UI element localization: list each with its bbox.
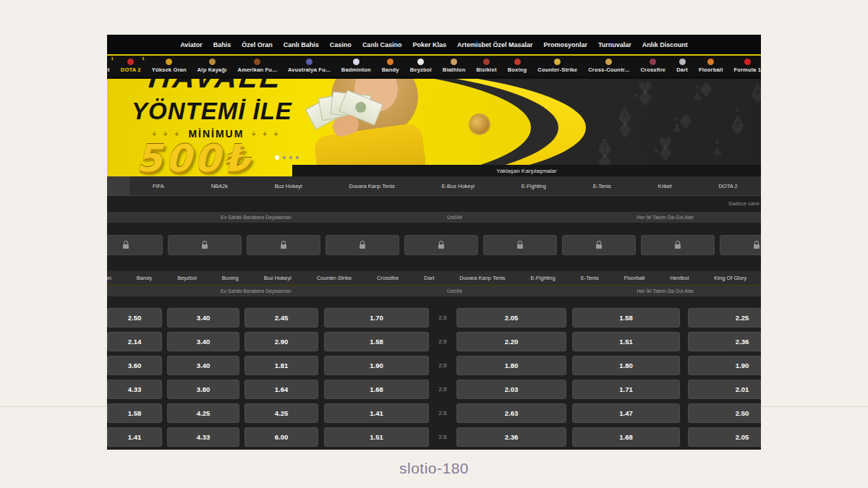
odds-btts-yes[interactable]: 1.51 (572, 332, 680, 351)
tab-lower-dart[interactable]: Dart (418, 275, 440, 281)
sportsbar-item-badminton[interactable]: Badminton (341, 59, 371, 73)
odds-away[interactable]: 2.90 (244, 332, 318, 351)
nav-item-canl-casino[interactable]: Canlı Casino (362, 41, 402, 48)
sportsbar-item-biathlon[interactable]: Biathlon (443, 59, 466, 73)
odds-away[interactable]: 1.81 (244, 356, 318, 375)
tab-lower-duvara-kar-tenis[interactable]: Duvara Karşı Tenis (454, 275, 511, 281)
odds-over[interactable]: 1.90 (324, 356, 429, 375)
odds-under[interactable]: 2.20 (456, 332, 566, 351)
tab-lower-boxing[interactable]: Boxing (216, 275, 244, 281)
sportsbar-item-american-football[interactable]: Amerikan Fu... (238, 59, 277, 73)
sportsbar-item-floorball[interactable]: Floorball (699, 59, 723, 73)
odds-under[interactable]: 2.36 (456, 427, 566, 447)
tab-upper-e-buz-hokeyi[interactable]: E-Buz Hokeyi (418, 183, 498, 189)
sportsbar-item-aussie-rules[interactable]: Avustralya Fu... (288, 59, 331, 73)
nav-item-canl-bahis[interactable]: Canlı Bahis (284, 41, 319, 48)
tab-lower-counter-strike[interactable]: Counter-Strike (311, 275, 357, 281)
tab-lower-buz-hokeyi[interactable]: Buz Hokeyi (258, 275, 297, 281)
locked-odds-cell[interactable] (641, 235, 715, 255)
nav-item-bahis[interactable]: Bahis (213, 41, 231, 48)
carousel-dot-3[interactable] (289, 156, 292, 159)
sportsbar-item-cross-country[interactable]: Cross-Countr... (588, 59, 629, 73)
sportsbar-item-cycling[interactable]: Bisiklet (476, 59, 496, 73)
odds-over[interactable]: 1.58 (324, 332, 429, 351)
odds-home[interactable]: 2.50 (107, 308, 162, 328)
odds-home[interactable]: 3.60 (107, 356, 162, 375)
carousel-dot-4[interactable] (296, 156, 299, 159)
tab-upper-buz-hokeyi[interactable]: Buz Hokeyi (251, 183, 326, 189)
tab-lower-king-of-glory[interactable]: King Of Glory (708, 275, 752, 281)
odds-over[interactable]: 1.68 (324, 380, 429, 399)
sportsbar-item-boxing[interactable]: Boxing (508, 59, 527, 73)
carousel-dot-1[interactable] (275, 155, 279, 160)
odds-away[interactable]: 6.00 (244, 427, 318, 447)
nav-item--zel-oran[interactable]: Özel Oran (242, 41, 273, 48)
tab-upper-e-fighting[interactable]: E-Fighting (498, 183, 569, 189)
odds-over[interactable]: 1.41 (324, 403, 429, 423)
odds-home[interactable]: 4.33 (107, 380, 162, 399)
tab-upper-e-tenis[interactable]: E-Tenis (569, 183, 634, 189)
odds-over[interactable]: 1.51 (324, 427, 429, 447)
sportsbar-item-crossfire[interactable]: Crossfire (640, 59, 665, 73)
nav-item-anl-k-discount[interactable]: Anlık Discount (642, 41, 688, 48)
odds-btts-no[interactable]: 1.90 (688, 356, 761, 375)
sportsbar-item-darts[interactable]: Dart (676, 59, 688, 73)
tab-lower-hentbol[interactable]: Hentbol (664, 275, 694, 281)
locked-odds-cell[interactable] (562, 235, 636, 255)
tab-upper-dota-2[interactable]: DOTA 2 (695, 183, 761, 189)
tab-lower-bandy[interactable]: Bandy (131, 275, 158, 281)
odds-btts-no[interactable]: 2.25 (688, 308, 761, 328)
odds-btts-no[interactable]: 2.50 (688, 403, 761, 423)
tab-upper-futbol[interactable]: Futbol (107, 176, 129, 195)
sportsbar-item-alpine-ski[interactable]: Alp Kayağı (197, 59, 227, 73)
locked-odds-cell[interactable] (404, 235, 478, 255)
sportsbar-item-counter-strike[interactable]: Counter-Strike (537, 59, 577, 73)
sportsbar-item-dota2[interactable]: 1DOTA 2 (121, 59, 141, 73)
odds-home[interactable]: 1.41 (107, 427, 162, 447)
odds-btts-no[interactable]: 2.01 (688, 380, 761, 399)
sportsbar-item-basketball[interactable]: 1Basket (107, 59, 110, 73)
odds-home[interactable]: 2.14 (107, 332, 162, 351)
odds-under[interactable]: 2.05 (456, 308, 566, 328)
odds-draw[interactable]: 3.40 (167, 332, 239, 351)
locked-odds-cell[interactable] (720, 235, 761, 255)
odds-btts-yes[interactable]: 1.47 (572, 403, 680, 423)
tab-upper-fifa[interactable]: FIFA (129, 183, 188, 189)
carousel-dot-2[interactable] (283, 156, 286, 159)
tab-lower-beyzbol[interactable]: Beyzbol (171, 275, 203, 281)
nav-item-promosyonlar[interactable]: Promosyonlar (543, 41, 587, 48)
tab-lower-e-fighting[interactable]: E-Fighting (524, 275, 561, 281)
sportsbar-item-bandy[interactable]: Bandy (382, 59, 399, 73)
nav-item-turnuvalar[interactable]: Turnuvalar (598, 41, 631, 48)
odds-btts-yes[interactable]: 1.80 (572, 356, 680, 375)
odds-btts-yes[interactable]: 1.71 (572, 380, 680, 399)
sportsbar-item-baseball[interactable]: Beyzbol (410, 59, 432, 73)
tab-lower-e-tenis[interactable]: E-Tenis (575, 275, 605, 281)
odds-under[interactable]: 2.03 (456, 380, 566, 399)
locked-odds-cell[interactable] (168, 235, 242, 255)
odds-over[interactable]: 1.70 (324, 308, 429, 328)
tab-upper-duvara-kar-tenis[interactable]: Duvara Karşı Tenis (326, 183, 418, 189)
tab-lower-badminton[interactable]: Badminton (107, 275, 117, 281)
locked-odds-cell[interactable] (483, 235, 557, 255)
nav-item-aviator[interactable]: Aviator (180, 41, 203, 48)
odds-btts-no[interactable]: 2.05 (688, 427, 761, 447)
sportsbar-item-high-odds[interactable]: Yüksek Oran (152, 59, 187, 73)
odds-away[interactable]: 2.45 (244, 308, 318, 328)
odds-draw[interactable]: 3.40 (167, 308, 239, 328)
odds-btts-yes[interactable]: 1.58 (572, 308, 680, 328)
tab-lower-crossfire[interactable]: Crossfire (371, 275, 404, 281)
odds-home[interactable]: 1.58 (107, 403, 162, 423)
odds-btts-yes[interactable]: 1.68 (572, 427, 680, 447)
nav-item-poker-klas[interactable]: Poker Klas (412, 41, 446, 48)
only-live-filter[interactable]: Sadece canlı (728, 200, 760, 207)
tab-lower-floorball[interactable]: Floorball (618, 275, 651, 281)
tab-upper-kriket[interactable]: Kriket (634, 183, 695, 189)
odds-under[interactable]: 1.80 (456, 356, 566, 375)
promo-banner[interactable]: ♠♣♥♦♠♣♥♦♠♣♥♦♠♣♥♦♠♣♥♦♠♣♥♦♠♣ HAVALE YÖNTEM… (107, 76, 761, 176)
odds-draw[interactable]: 3.40 (167, 356, 239, 375)
odds-draw[interactable]: 3.80 (167, 380, 239, 399)
nav-item-casino[interactable]: Casino (330, 41, 352, 48)
tab-upper-nba2k[interactable]: NBA2k (187, 183, 251, 189)
odds-draw[interactable]: 4.25 (167, 403, 239, 423)
